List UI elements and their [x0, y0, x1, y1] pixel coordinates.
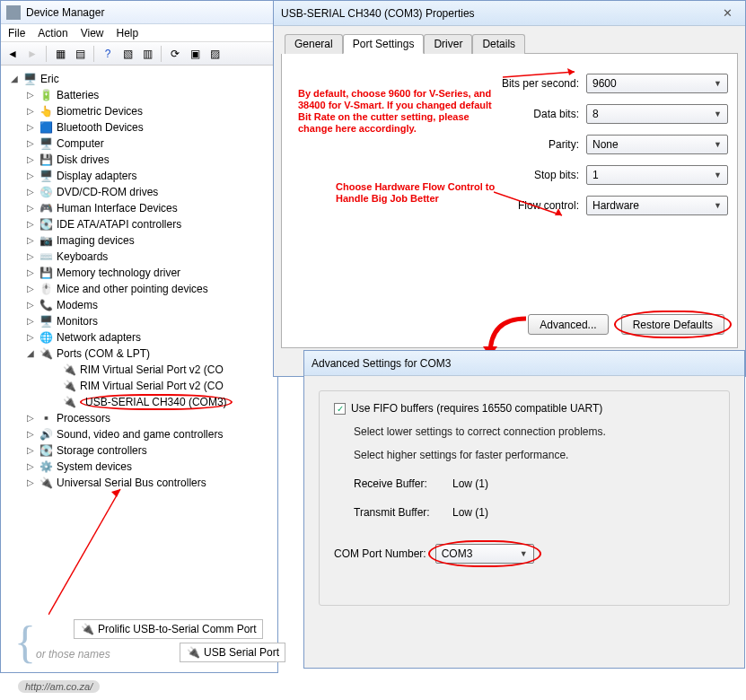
tree-child[interactable]: 🔌USB-SERIAL CH340 (COM3) — [10, 394, 272, 410]
tree-node[interactable]: ▷▪️Processors — [10, 410, 272, 426]
node-label: Keyboards — [57, 249, 108, 265]
tool-icon[interactable]: ▥ — [139, 46, 155, 62]
restore-defaults-button[interactable]: Restore Defaults — [621, 314, 724, 335]
node-label: Memory technology driver — [57, 265, 180, 281]
menu-view[interactable]: View — [81, 27, 104, 39]
tree-child[interactable]: 🔌RIM Virtual Serial Port v2 (CO — [10, 378, 272, 394]
expander-icon[interactable]: ▷ — [26, 249, 35, 265]
tree-node[interactable]: ▷💾Memory technology driver — [10, 265, 272, 281]
node-label: Display adapters — [57, 168, 136, 184]
expander-icon[interactable]: ▷ — [26, 410, 35, 426]
tree-node[interactable]: ▷🟦Bluetooth Devices — [10, 119, 272, 136]
chevron-down-icon: ▼ — [714, 171, 722, 179]
root-label: Eric — [40, 71, 59, 87]
expander-icon[interactable]: ▷ — [26, 442, 35, 459]
back-icon[interactable]: ◄ — [4, 46, 21, 62]
expander-icon[interactable]: ▷ — [26, 329, 35, 346]
tool-icon[interactable]: ▧ — [119, 46, 136, 62]
tool-icon[interactable]: ▣ — [187, 46, 203, 62]
expander-icon[interactable]: ▷ — [26, 168, 35, 184]
annotation-2: Choose Hardware Flow Control to Handle B… — [336, 181, 497, 205]
device-icon: 🎮 — [39, 201, 53, 215]
expander-icon[interactable]: ▷ — [26, 265, 35, 281]
dm-menubar: File Action View Help — [1, 24, 277, 42]
refresh-icon[interactable]: ⟳ — [167, 46, 183, 62]
help-icon[interactable]: ? — [100, 46, 116, 62]
expander-icon[interactable]: ▷ — [26, 184, 35, 200]
tree-node[interactable]: ▷⚙️System devices — [10, 459, 272, 475]
expander-icon[interactable]: ▷ — [26, 136, 35, 152]
child-label: RIM Virtual Serial Port v2 (CO — [80, 362, 224, 378]
device-icon: 🔌 — [39, 346, 53, 361]
expander-icon[interactable]: ▷ — [26, 152, 35, 168]
expander-icon[interactable]: ▷ — [26, 297, 35, 313]
tool-icon[interactable]: ▦ — [52, 46, 68, 62]
flow-select[interactable]: Hardware▼ — [586, 196, 728, 215]
node-label: Monitors — [57, 313, 98, 329]
bps-label: Bits per second: — [502, 77, 579, 90]
menu-action[interactable]: Action — [38, 27, 67, 39]
tree-node[interactable]: ▷💾Disk drives — [10, 152, 272, 168]
expander-icon[interactable]: ▷ — [26, 281, 35, 297]
parity-select[interactable]: None▼ — [586, 135, 728, 154]
expander-icon[interactable]: ▷ — [26, 103, 35, 119]
checkbox-icon[interactable]: ✓ — [334, 403, 346, 415]
expander-icon[interactable]: ▷ — [26, 87, 35, 103]
fifo-label: Use FIFO buffers (requires 16550 compati… — [351, 402, 602, 415]
bps-select[interactable]: 9600▼ — [586, 74, 728, 93]
device-icon: 🖥️ — [39, 314, 53, 328]
fifo-checkbox-row[interactable]: ✓ Use FIFO buffers (requires 16550 compa… — [334, 402, 715, 415]
root-node[interactable]: ◢🖥️ Eric — [10, 71, 272, 87]
expander-icon[interactable]: ▷ — [26, 216, 35, 232]
tree-node[interactable]: ▷💽IDE ATA/ATAPI controllers — [10, 216, 272, 232]
expander-icon[interactable]: ▷ — [26, 313, 35, 329]
tree-node[interactable]: ▷🖥️Display adapters — [10, 168, 272, 184]
stop-select[interactable]: 1▼ — [586, 165, 728, 185]
forward-icon[interactable]: ► — [24, 46, 40, 62]
tree-node[interactable]: ▷🖥️Computer — [10, 136, 272, 152]
tree-node[interactable]: ▷🌐Network adapters — [10, 329, 272, 346]
chevron-down-icon: ▼ — [520, 549, 528, 558]
tree-node[interactable]: ▷🖱️Mice and other pointing devices — [10, 281, 272, 297]
tree-node[interactable]: ▷🔊Sound, video and game controllers — [10, 426, 272, 442]
expander-icon[interactable]: ▷ — [26, 459, 35, 475]
parity-value: None — [592, 138, 619, 151]
tree-node[interactable]: ▷🔌Universal Serial Bus controllers — [10, 475, 272, 491]
tool-icon[interactable]: ▨ — [206, 46, 223, 62]
tab-details[interactable]: Details — [472, 34, 525, 54]
tree-node[interactable]: ▷📷Imaging devices — [10, 232, 272, 249]
props-title-text: USB-SERIAL CH340 (COM3) Properties — [281, 7, 475, 20]
tree-child[interactable]: 🔌RIM Virtual Serial Port v2 (CO — [10, 362, 272, 378]
tree-node[interactable]: ▷🖥️Monitors — [10, 313, 272, 329]
expander-icon[interactable]: ▷ — [26, 232, 35, 249]
expander-icon[interactable]: ▷ — [26, 200, 35, 216]
menu-help[interactable]: Help — [117, 27, 139, 39]
data-select[interactable]: 8▼ — [586, 104, 728, 124]
tree-node[interactable]: ▷👆Biometric Devices — [10, 103, 272, 119]
float-label-usbserial: 🔌 USB Serial Port — [180, 643, 285, 662]
expander-icon[interactable]: ◢ — [26, 346, 35, 362]
expander-icon[interactable]: ▷ — [26, 119, 35, 136]
tree-node[interactable]: ▷📞Modems — [10, 297, 272, 313]
com-value: COM3 — [442, 547, 473, 560]
com-port-select[interactable]: COM3▼ — [435, 544, 534, 564]
device-tree[interactable]: ◢🖥️ Eric ▷🔋Batteries▷👆Biometric Devices▷… — [1, 66, 277, 496]
tree-node[interactable]: ◢🔌Ports (COM & LPT) — [10, 346, 272, 362]
expander-icon[interactable]: ▷ — [26, 426, 35, 442]
props-titlebar: USB-SERIAL CH340 (COM3) Properties ✕ — [274, 1, 745, 26]
tab-port-settings[interactable]: Port Settings — [343, 34, 425, 54]
tree-node[interactable]: ▷🎮Human Interface Devices — [10, 200, 272, 216]
tree-node[interactable]: ▷💽Storage controllers — [10, 442, 272, 459]
tab-general[interactable]: General — [285, 34, 343, 54]
tx-low: Low (1) — [452, 506, 488, 519]
menu-file[interactable]: File — [8, 27, 25, 39]
tool-icon[interactable]: ▤ — [72, 46, 88, 62]
close-icon[interactable]: ✕ — [717, 6, 738, 20]
tree-node[interactable]: ▷⌨️Keyboards — [10, 249, 272, 265]
advanced-button[interactable]: Advanced... — [528, 314, 608, 335]
expander-icon[interactable]: ▷ — [26, 475, 35, 491]
tree-node[interactable]: ▷💿DVD/CD-ROM drives — [10, 184, 272, 200]
device-manager-window: Device Manager File Action View Help ◄ ►… — [0, 0, 278, 673]
tree-node[interactable]: ▷🔋Batteries — [10, 87, 272, 103]
tab-driver[interactable]: Driver — [424, 34, 472, 54]
